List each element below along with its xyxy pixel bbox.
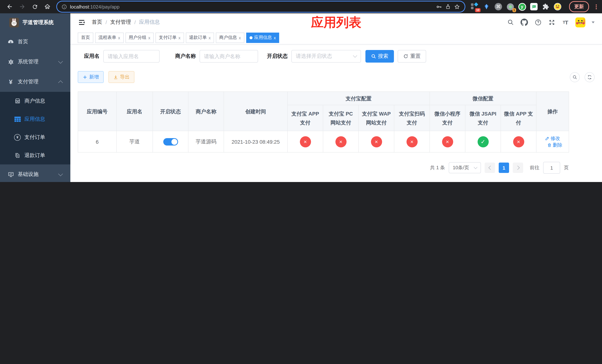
col-alipay-wap: 支付宝 WAP 网站支付 [359,105,394,131]
col-alipay-app: 支付宝 APP 支付 [288,105,323,131]
tab-refund-order[interactable]: 退款订单x [186,32,214,43]
page-suffix: 页 [564,164,569,171]
github-icon[interactable] [521,19,528,26]
tab-pay-order[interactable]: 支付订单x [155,32,184,43]
group-alipay-config: 支付宝配置 [288,92,430,105]
extension-chat-icon[interactable] [530,3,538,11]
bookmark-star-icon[interactable] [454,3,460,10]
extension-gem-icon[interactable] [483,3,491,11]
cell-created: 2021-10-23 08:49:25 [224,131,288,152]
prev-page-button[interactable] [485,162,495,173]
pagination: 共 1 条 10条/页 1 前往 页 [78,162,569,174]
tab-user-group[interactable]: 用户分组x [125,32,154,43]
merchant-name-label: 商户名称 [175,53,196,60]
close-icon[interactable]: x [178,35,181,40]
plus-icon [83,75,87,79]
chevron-right-icon [515,166,520,170]
logo-image [9,18,19,27]
sidebar-item-payment[interactable]: ¥ 支付管理 [0,72,70,92]
extension-recorder-icon[interactable]: 1 [506,3,514,11]
collapse-sidebar-icon[interactable] [78,19,85,26]
app-title: 芋道管理系统 [22,19,54,26]
extensions-puzzle-icon[interactable] [542,3,550,11]
close-icon[interactable]: x [239,35,241,40]
close-icon[interactable]: x [209,35,211,40]
current-page-button[interactable]: 1 [499,162,509,173]
sidebar: 芋道管理系统 首页 系统管理 ¥ 支付管理 [0,13,70,182]
sidebar-item-merchant-info[interactable]: 商户信息 [0,92,70,110]
alipay-qr-status-icon: × [406,136,418,147]
cell-merchant: 芋道源码 [188,131,224,152]
browser-menu-icon[interactable] [596,4,597,9]
sidebar-item-home[interactable]: 首页 [0,32,70,52]
cell-app-name: 芋道 [117,131,153,152]
browser-update-button[interactable]: 更新 [569,1,589,12]
refresh-table-button[interactable] [585,72,595,82]
breadcrumb-payment[interactable]: 支付管理 [110,19,131,26]
reload-icon[interactable] [29,1,41,13]
extension-command-icon[interactable]: ⌘ [494,3,502,11]
password-key-icon[interactable] [436,3,442,10]
tab-app-info[interactable]: 应用信息x [246,32,279,43]
status-select[interactable]: 请选择开启状态 [291,50,361,63]
close-icon[interactable]: x [118,35,120,40]
chevron-down-icon [58,171,63,176]
forward-icon[interactable] [16,1,28,13]
tab-process-form[interactable]: 流程表单x [95,32,123,43]
search-icon[interactable] [507,19,514,26]
extension-workona-icon[interactable]: 10 [471,3,479,11]
search-button[interactable]: 搜索 [366,50,394,63]
next-page-button[interactable] [513,162,523,173]
filter-form: 应用名 商户名称 开启状态 请选择开启状态 搜索 重置 [78,50,595,63]
app-logo[interactable]: 芋道管理系统 [0,13,70,32]
sidebar-item-refund-order[interactable]: 退款订单 [0,146,70,164]
fullscreen-icon[interactable] [548,19,555,26]
storefront-icon [14,97,21,104]
home-icon[interactable] [42,1,53,13]
help-icon[interactable] [534,19,542,26]
close-icon[interactable]: x [148,35,150,40]
dashboard-icon [7,39,14,45]
share-icon[interactable] [445,4,451,10]
goto-label: 前往 [530,164,539,171]
status-label: 开启状态 [267,53,288,60]
extension-y-icon[interactable]: y [518,3,526,11]
goto-page-input[interactable] [543,162,560,174]
yen-icon: ¥ [7,78,14,85]
back-icon[interactable] [4,1,16,13]
site-info-icon[interactable] [62,4,67,10]
breadcrumb-home[interactable]: 首页 [92,19,102,26]
reset-button[interactable]: 重置 [398,50,426,63]
user-avatar[interactable] [575,17,585,27]
sidebar-item-app-info[interactable]: 应用信息 [0,110,70,128]
pencil-icon [545,136,549,140]
sidebar-item-system[interactable]: 系统管理 [0,52,70,72]
breadcrumb-current: 应用信息 [139,19,160,26]
tab-home[interactable]: 首页 [78,32,93,43]
chevron-down-icon [353,54,357,58]
table-row: 6 芋道 芋道源码 2021-10-23 08:49:25 × × × × × … [78,131,569,152]
col-app-id: 应用编号 [78,92,117,131]
url-bar[interactable]: localhost:1024/pay/app [57,1,465,12]
toggle-search-button[interactable] [570,72,580,82]
trash-icon [547,143,552,147]
add-button[interactable]: 新增 [78,71,104,83]
sidebar-item-pay-order[interactable]: ¥ 支付订单 [0,128,70,146]
delete-link[interactable]: 删除 [547,142,562,148]
font-size-icon[interactable]: TT [562,19,569,26]
sidebar-item-infrastructure[interactable]: 基础设施 [0,164,70,182]
merchant-name-input[interactable] [200,50,258,63]
close-icon[interactable]: x [274,35,276,40]
col-wechat-jsapi: 微信 JSAPI 支付 [465,105,501,131]
tab-merchant-info[interactable]: 商户信息x [216,32,244,43]
refresh-icon [403,54,408,59]
col-app-name: 应用名 [117,92,153,131]
page-size-select[interactable]: 10条/页 [449,162,481,173]
enabled-toggle[interactable] [163,138,178,145]
app-name-input[interactable] [103,50,160,63]
col-actions: 操作 [536,92,569,131]
edit-link[interactable]: 修改 [545,135,560,142]
browser-profile-avatar[interactable] [553,3,562,11]
avatar-dropdown-icon[interactable] [592,21,595,23]
export-button[interactable]: 导出 [108,71,134,83]
